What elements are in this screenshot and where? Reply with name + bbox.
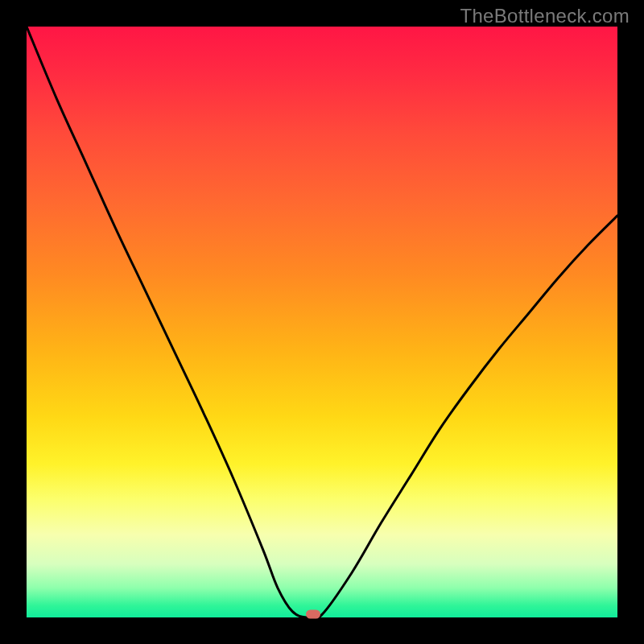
bottleneck-curve [27, 27, 617, 617]
watermark-text: TheBottleneck.com [460, 5, 630, 27]
optimum-marker [306, 610, 320, 619]
chart-frame: TheBottleneck.com [0, 0, 644, 644]
plot-area [27, 27, 617, 617]
curve-svg [27, 27, 617, 617]
